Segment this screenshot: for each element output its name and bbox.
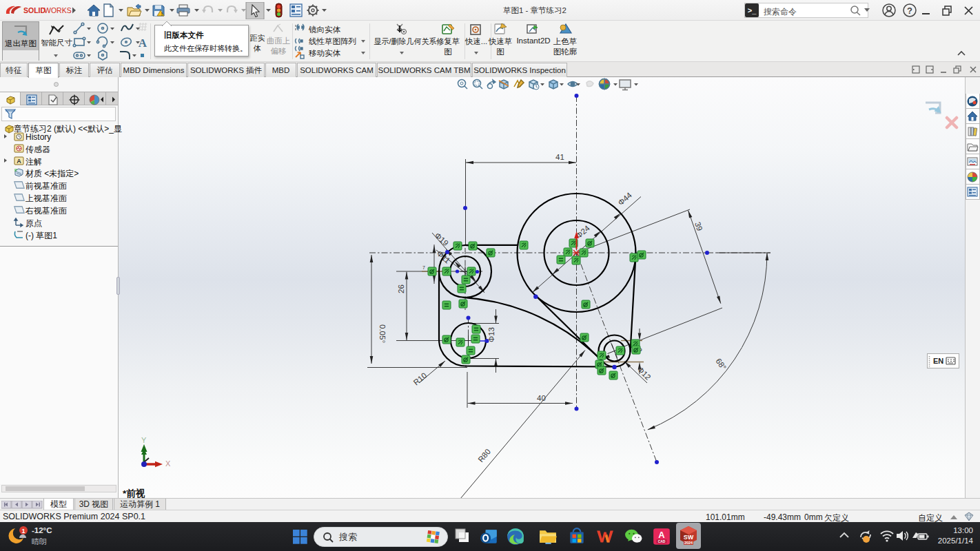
svg-text:R10: R10 <box>412 371 429 387</box>
svg-text:A: A <box>139 37 147 50</box>
svg-text:WORKS: WORKS <box>44 6 72 14</box>
svg-text:Φ12: Φ12 <box>636 365 653 382</box>
svg-text:X: X <box>165 459 171 468</box>
svg-text:SW: SW <box>684 534 694 541</box>
svg-text:1: 1 <box>21 528 25 534</box>
svg-text:2024: 2024 <box>684 541 693 545</box>
svg-text:40: 40 <box>537 394 546 402</box>
svg-text:Φ19: Φ19 <box>433 231 450 248</box>
svg-text:68°: 68° <box>714 357 728 371</box>
svg-text:*前视: *前视 <box>123 488 145 498</box>
svg-text:Φ44: Φ44 <box>616 191 633 207</box>
svg-text:0.05°: 0.05° <box>378 324 387 343</box>
svg-text:R80: R80 <box>476 447 492 464</box>
svg-text:Y: Y <box>141 436 147 444</box>
svg-text:41: 41 <box>555 153 564 161</box>
svg-text:7: 7 <box>422 265 425 270</box>
svg-text:?: ? <box>907 6 912 16</box>
svg-text:A: A <box>658 530 664 540</box>
svg-text:A: A <box>17 158 21 165</box>
svg-text:26: 26 <box>397 284 405 293</box>
svg-text:SOLID: SOLID <box>23 6 46 14</box>
svg-text:!: ! <box>161 12 163 17</box>
svg-text:CAD: CAD <box>658 540 666 543</box>
